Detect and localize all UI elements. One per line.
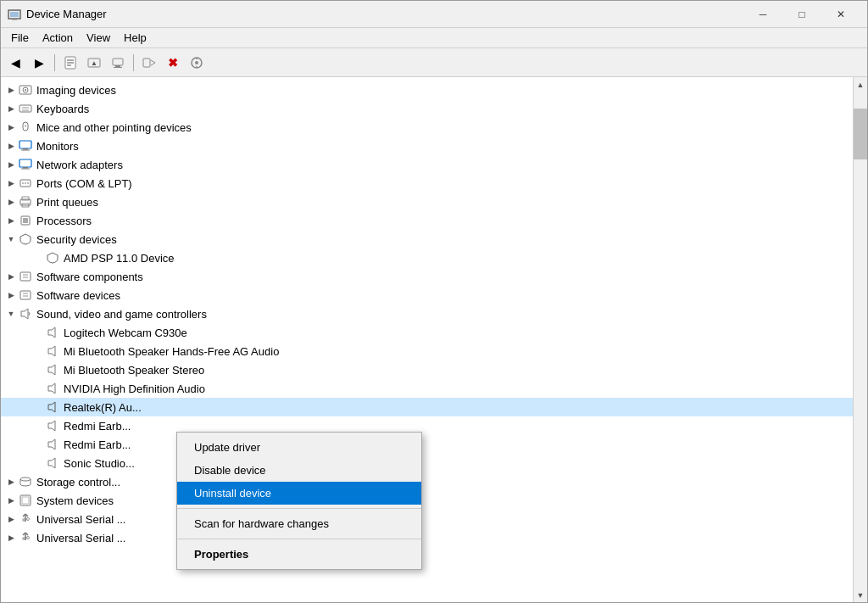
svg-rect-41 — [23, 218, 28, 223]
tree-item-print[interactable]: ▶ Print queues — [1, 193, 853, 211]
scrollbar-up-arrow[interactable]: ▲ — [854, 77, 867, 92]
svg-line-13 — [151, 60, 155, 63]
expand-arrow-system[interactable]: ▶ — [4, 494, 18, 507]
menu-action[interactable]: Action — [36, 30, 80, 46]
expand-arrow-imaging[interactable]: ▶ — [4, 83, 18, 97]
tree-item-amd-psp[interactable]: ▶ AMD PSP 11.0 Device — [1, 248, 853, 267]
tree-item-storage[interactable]: ▶ Storage control... — [1, 472, 853, 491]
menu-file[interactable]: File — [4, 30, 36, 46]
svg-rect-45 — [20, 291, 31, 299]
scan-hardware-button[interactable] — [186, 52, 208, 74]
expand-arrow-processors[interactable]: ▶ — [4, 214, 18, 227]
tree-item-usb1-label: Universal Serial ... — [36, 513, 125, 526]
svg-point-16 — [195, 61, 198, 64]
svg-marker-49 — [48, 327, 55, 338]
device-manager-window: Device Manager ─ □ ✕ File Action View He… — [0, 0, 868, 603]
redmi-1-icon — [45, 419, 60, 433]
uninstall-toolbar-button[interactable]: ✖ — [162, 52, 184, 74]
tree-item-mi-bt-hands[interactable]: ▶ Mi Bluetooth Speaker Hands-Free AG Aud… — [1, 342, 853, 360]
tree-item-network-label: Network adapters — [36, 159, 123, 171]
forward-button[interactable]: ▶ — [28, 52, 50, 74]
menu-help[interactable]: Help — [117, 30, 153, 46]
scrollbar-track[interactable] — [854, 92, 867, 588]
tree-item-redmi-1[interactable]: ▶ Redmi Earb... — [1, 416, 853, 435]
expand-arrow-monitors[interactable]: ▶ — [4, 139, 18, 153]
device-icon-button[interactable] — [107, 52, 129, 74]
tree-item-processors[interactable]: ▶ Processors — [1, 211, 853, 230]
ports-icon — [18, 176, 33, 190]
tree-item-mice-label: Mice and other pointing devices — [36, 121, 192, 134]
tree-item-network[interactable]: ▶ Network adapters — [1, 155, 853, 174]
tree-item-mice[interactable]: ▶ Mice and other pointing devices — [1, 118, 853, 137]
context-menu-update-driver[interactable]: Update driver — [177, 436, 421, 459]
tree-item-monitors[interactable]: ▶ Monitors — [1, 137, 853, 155]
tree-item-software-components[interactable]: ▶ Software components — [1, 267, 853, 286]
tree-item-software-devices-label: Software devices — [36, 289, 120, 302]
tree-item-ports[interactable]: ▶ Ports (COM & LPT) — [1, 174, 853, 193]
context-menu-properties[interactable]: Properties — [177, 543, 421, 566]
expand-arrow-ports[interactable]: ▶ — [4, 176, 18, 190]
svg-rect-28 — [23, 148, 28, 150]
expand-arrow-print[interactable]: ▶ — [4, 195, 18, 209]
tree-item-redmi-2[interactable]: ▶ Redmi Earb... — [1, 435, 853, 454]
tree-item-nvidia-hd[interactable]: ▶ NVIDIA High Definition Audio — [1, 379, 853, 398]
expand-arrow-usb1[interactable]: ▶ — [4, 512, 18, 526]
context-menu-separator — [177, 508, 421, 509]
expand-arrow-storage[interactable]: ▶ — [4, 475, 18, 489]
sound-icon — [18, 307, 33, 321]
expand-arrow-software-components[interactable]: ▶ — [4, 270, 18, 283]
amd-psp-icon — [45, 251, 60, 265]
app-icon — [8, 8, 21, 21]
context-menu-disable-device[interactable]: Disable device — [177, 459, 421, 482]
expand-arrow-mice[interactable]: ▶ — [4, 120, 18, 134]
tree-item-sound[interactable]: ▼ Sound, video and game controllers — [1, 304, 853, 323]
menu-view[interactable]: View — [80, 30, 117, 46]
disable-toolbar-button[interactable] — [138, 52, 160, 74]
context-menu-uninstall-device[interactable]: Uninstall device — [177, 482, 421, 505]
tree-item-keyboards[interactable]: ▶ Keyboards — [1, 99, 853, 118]
vertical-scrollbar[interactable]: ▲ ▼ — [853, 77, 867, 602]
tree-item-sonic[interactable]: ▶ Sonic Studio... — [1, 454, 853, 472]
toolbar-sep-1 — [54, 54, 55, 71]
expand-arrow-sound[interactable]: ▼ — [4, 307, 18, 321]
nvidia-hd-icon — [45, 382, 60, 395]
context-menu-scan-changes[interactable]: Scan for hardware changes — [177, 512, 421, 535]
tree-item-logitech[interactable]: ▶ Logitech Webcam C930e — [1, 323, 853, 342]
tree-item-ports-label: Ports (COM & LPT) — [36, 177, 132, 190]
scrollbar-down-arrow[interactable]: ▼ — [854, 588, 867, 602]
update-driver-toolbar-button[interactable]: ▲ — [83, 52, 105, 74]
svg-marker-56 — [48, 458, 55, 468]
tree-item-mi-bt-stereo[interactable]: ▶ Mi Bluetooth Speaker Stereo — [1, 360, 853, 379]
tree-item-software-devices[interactable]: ▶ Software devices — [1, 286, 853, 304]
svg-marker-54 — [48, 421, 55, 431]
tree-item-system[interactable]: ▶ System devices — [1, 491, 853, 510]
title-bar: Device Manager ─ □ ✕ — [1, 1, 867, 28]
close-button[interactable]: ✕ — [821, 1, 860, 28]
tree-item-imaging[interactable]: ▶ Imaging devices — [1, 81, 853, 99]
svg-rect-10 — [115, 65, 120, 67]
minimize-button[interactable]: ─ — [743, 1, 782, 28]
usb2-icon — [18, 531, 33, 544]
svg-marker-55 — [48, 439, 55, 449]
properties-button[interactable] — [59, 52, 81, 74]
tree-item-monitors-label: Monitors — [36, 140, 79, 153]
tree-item-security[interactable]: ▼ Security devices — [1, 230, 853, 248]
expand-arrow-network[interactable]: ▶ — [4, 158, 18, 171]
window-controls: ─ □ ✕ — [743, 1, 860, 28]
maximize-button[interactable]: □ — [782, 1, 821, 28]
mice-icon — [18, 120, 33, 134]
svg-text:▲: ▲ — [91, 59, 97, 67]
expand-arrow-usb2[interactable]: ▶ — [4, 531, 18, 544]
tree-item-usb2[interactable]: ▶ Universal Serial ... — [1, 528, 853, 547]
back-button[interactable]: ◀ — [4, 52, 26, 74]
tree-item-realtek[interactable]: ▶ Realtek(R) Au... — [1, 398, 853, 416]
svg-marker-53 — [48, 402, 55, 412]
tree-item-usb1[interactable]: ▶ Universal Serial ... — [1, 510, 853, 528]
device-tree[interactable]: ▶ Imaging devices ▶ Keyboards ▶ — [1, 77, 853, 602]
expand-arrow-security[interactable]: ▼ — [4, 232, 18, 246]
expand-arrow-software-devices[interactable]: ▶ — [4, 288, 18, 302]
expand-arrow-keyboards[interactable]: ▶ — [4, 102, 18, 115]
scrollbar-thumb[interactable] — [854, 109, 867, 159]
processors-icon — [18, 214, 33, 227]
svg-rect-2 — [12, 19, 17, 20]
